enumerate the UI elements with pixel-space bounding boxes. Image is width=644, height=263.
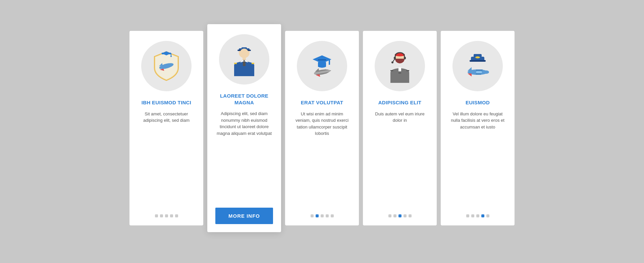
- card-1-icon-circle: [141, 41, 192, 91]
- dot-3: [165, 214, 168, 217]
- card-5-title: EUISMOD: [466, 99, 490, 106]
- dot-5: [331, 214, 334, 217]
- svg-rect-36: [398, 73, 401, 73]
- card-4-icon-circle: [375, 41, 425, 91]
- card-3-title: ERAT VOLUTPAT: [301, 99, 343, 106]
- card-5: EUISMOD Vel illum dolore eu feugiat null…: [441, 31, 515, 225]
- svg-rect-38: [470, 60, 486, 62]
- svg-rect-32: [398, 67, 401, 71]
- flight-attendant-icon: [383, 49, 417, 83]
- card-1-dots: [155, 214, 178, 217]
- svg-rect-46: [476, 71, 482, 73]
- svg-rect-16: [234, 63, 237, 64]
- card-1: IBH EUISMOD TINCI Sit amet, consectetuer…: [129, 31, 203, 225]
- card-1-title: IBH EUISMOD TINCI: [142, 99, 191, 106]
- dot-3: [476, 214, 479, 217]
- cards-container: IBH EUISMOD TINCI Sit amet, consectetuer…: [119, 17, 525, 246]
- svg-marker-44: [468, 73, 472, 76]
- card-5-dots: [466, 214, 489, 217]
- svg-rect-34: [407, 70, 409, 71]
- svg-point-13: [240, 49, 249, 58]
- dot-4: [404, 214, 407, 217]
- svg-rect-30: [404, 57, 406, 59]
- dot-4: [326, 214, 329, 217]
- card-2-icon-circle: [219, 34, 269, 85]
- dot-2: [160, 214, 163, 217]
- captain-aviation-icon: [461, 49, 494, 83]
- dot-4: [170, 214, 173, 217]
- dot-1: [311, 214, 314, 217]
- aviation-education-icon: [305, 49, 339, 83]
- card-2-desc: Adipiscing elit, sed diam nonummy nibh e…: [215, 110, 273, 200]
- card-4-title: ADIPISCING ELIT: [378, 99, 422, 106]
- dot-3: [398, 214, 401, 217]
- card-4-desc: Duis autem vel eum iriure dolor in: [371, 111, 429, 207]
- dot-4: [481, 214, 484, 217]
- svg-point-31: [391, 61, 393, 63]
- dot-2: [471, 214, 474, 217]
- card-3: ERAT VOLUTPAT Ut wisi enim ad minim veni…: [285, 31, 359, 225]
- more-info-button[interactable]: MORE INFO: [215, 208, 273, 224]
- dot-2: [316, 214, 319, 217]
- svg-rect-17: [252, 63, 254, 64]
- dot-2: [393, 214, 396, 217]
- card-3-icon-circle: [297, 41, 347, 91]
- dot-5: [486, 214, 489, 217]
- card-5-desc: Vel illum dolore eu feugiat nulla facili…: [449, 111, 506, 207]
- card-4: ADIPISCING ELIT Duis autem vel eum iriur…: [363, 31, 437, 225]
- dot-1: [466, 214, 469, 217]
- card-1-desc: Sit amet, consectetuer adipiscing elit, …: [138, 111, 195, 207]
- svg-point-40: [475, 56, 480, 58]
- svg-rect-33: [390, 70, 393, 71]
- card-4-dots: [388, 214, 412, 217]
- svg-rect-14: [243, 57, 246, 60]
- dot-5: [409, 214, 412, 217]
- card-3-desc: Ut wisi enim ad minim veniam, quis nostr…: [293, 111, 351, 207]
- svg-rect-35: [398, 71, 401, 72]
- card-5-icon-circle: [452, 41, 503, 91]
- svg-marker-43: [468, 67, 472, 71]
- svg-point-7: [170, 56, 172, 57]
- dot-5: [175, 214, 178, 217]
- shield-aviation-icon: [150, 49, 183, 83]
- card-2-title: LAOREET DOLORE MAGNA: [215, 93, 273, 106]
- svg-point-42: [484, 70, 489, 74]
- svg-rect-20: [329, 59, 330, 65]
- card-2: LAOREET DOLORE MAGNA Adipiscing elit, se…: [207, 24, 281, 232]
- svg-rect-19: [318, 59, 326, 60]
- svg-marker-24: [316, 74, 320, 77]
- pilot-person-icon: [227, 43, 261, 76]
- card-3-dots: [311, 214, 334, 217]
- dot-3: [321, 214, 324, 217]
- dot-1: [155, 214, 158, 217]
- dot-1: [388, 214, 391, 217]
